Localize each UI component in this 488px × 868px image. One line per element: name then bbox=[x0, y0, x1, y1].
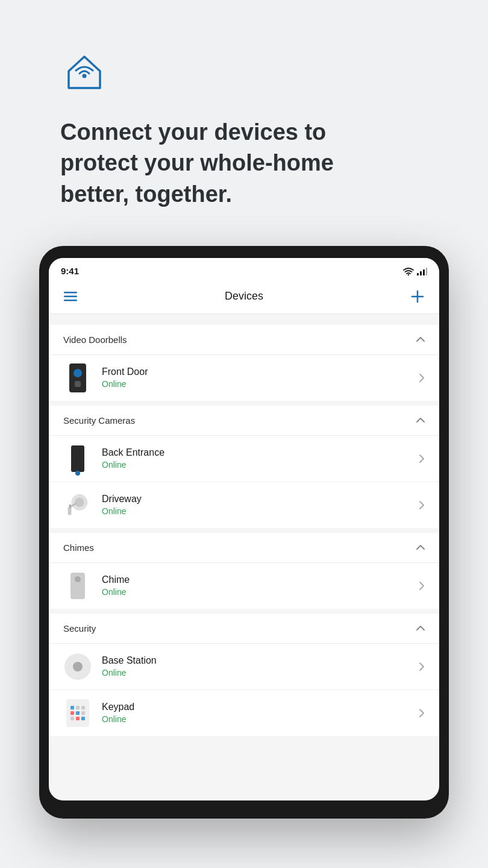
devices-content: Video Doorbells Front Door Online bbox=[49, 314, 439, 747]
base-station-device-icon bbox=[64, 653, 91, 680]
section-chimes: Chimes Chime Online bbox=[49, 533, 439, 609]
chevron-right-icon-2 bbox=[419, 454, 425, 464]
svg-rect-2 bbox=[417, 273, 419, 275]
chevron-up-icon bbox=[416, 336, 425, 342]
camera-stick-icon bbox=[71, 445, 84, 472]
nav-bar: Devices bbox=[49, 282, 439, 314]
status-time: 9:41 bbox=[61, 266, 79, 276]
device-item-driveway[interactable]: Driveway Online bbox=[49, 482, 439, 528]
device-name-chime: Chime bbox=[102, 574, 419, 585]
wifi-status-icon bbox=[403, 267, 414, 275]
svg-rect-13 bbox=[68, 507, 72, 515]
section-header-chimes[interactable]: Chimes bbox=[49, 533, 439, 563]
keypad-device-icon bbox=[66, 699, 89, 727]
device-name-back-entrance: Back Entrance bbox=[102, 447, 419, 458]
doorbell-device-icon bbox=[69, 363, 86, 392]
device-item-keypad[interactable]: Keypad Online bbox=[49, 690, 439, 736]
svg-point-1 bbox=[408, 274, 409, 275]
section-security-cameras: Security Cameras Back Entrance Online bbox=[49, 406, 439, 528]
chevron-up-icon-2 bbox=[416, 417, 425, 423]
svg-rect-3 bbox=[420, 271, 422, 275]
chevron-right-icon bbox=[419, 373, 425, 383]
chevron-right-icon-3 bbox=[419, 500, 425, 510]
chevron-up-icon-3 bbox=[416, 544, 425, 550]
section-title-chimes: Chimes bbox=[63, 542, 94, 553]
section-security: Security Base Station Online bbox=[49, 614, 439, 736]
chevron-right-icon-4 bbox=[419, 581, 425, 591]
device-status-back-entrance: Online bbox=[102, 460, 419, 470]
section-header-video-doorbells[interactable]: Video Doorbells bbox=[49, 325, 439, 355]
device-name-keypad: Keypad bbox=[102, 702, 419, 712]
device-name-base-station: Base Station bbox=[102, 655, 419, 666]
device-name-driveway: Driveway bbox=[102, 494, 419, 505]
device-item-back-entrance[interactable]: Back Entrance Online bbox=[49, 436, 439, 482]
device-status-chime: Online bbox=[102, 587, 419, 597]
hero-section: Connect your devices to protect your who… bbox=[0, 0, 488, 246]
phone-frame: 9:41 bbox=[39, 246, 449, 819]
svg-rect-8 bbox=[64, 300, 77, 301]
add-device-button[interactable] bbox=[408, 287, 427, 306]
device-item-base-station[interactable]: Base Station Online bbox=[49, 644, 439, 690]
device-item-chime[interactable]: Chime Online bbox=[49, 563, 439, 609]
section-title-security: Security bbox=[63, 623, 96, 634]
chime-device-icon bbox=[70, 573, 85, 599]
svg-rect-7 bbox=[64, 295, 77, 297]
svg-rect-4 bbox=[423, 269, 425, 275]
hero-tagline: Connect your devices to protect your who… bbox=[60, 117, 374, 210]
svg-point-0 bbox=[83, 74, 87, 78]
chevron-right-icon-5 bbox=[419, 662, 425, 671]
svg-rect-5 bbox=[426, 268, 427, 275]
section-video-doorbells: Video Doorbells Front Door Online bbox=[49, 325, 439, 401]
brand-logo-icon bbox=[60, 48, 108, 96]
section-title-video-doorbells: Video Doorbells bbox=[63, 335, 127, 345]
device-name-front-door: Front Door bbox=[102, 366, 419, 377]
phone-screen: 9:41 bbox=[49, 258, 439, 800]
device-status-driveway: Online bbox=[102, 506, 419, 516]
spotlight-cam-icon bbox=[63, 490, 92, 520]
status-bar: 9:41 bbox=[49, 258, 439, 282]
section-title-security-cameras: Security Cameras bbox=[63, 415, 135, 426]
svg-point-12 bbox=[75, 497, 84, 506]
status-icons bbox=[403, 267, 427, 275]
device-status-base-station: Online bbox=[102, 668, 419, 678]
page-title: Devices bbox=[225, 290, 263, 303]
chevron-up-icon-4 bbox=[416, 625, 425, 631]
svg-rect-14 bbox=[69, 505, 72, 508]
device-status-keypad: Online bbox=[102, 714, 419, 724]
device-item-front-door[interactable]: Front Door Online bbox=[49, 355, 439, 401]
phone-mockup: 9:41 bbox=[39, 246, 449, 819]
chevron-right-icon-6 bbox=[419, 708, 425, 718]
signal-status-icon bbox=[416, 267, 427, 275]
device-status-front-door: Online bbox=[102, 379, 419, 389]
section-header-security-cameras[interactable]: Security Cameras bbox=[49, 406, 439, 436]
svg-rect-6 bbox=[64, 292, 77, 294]
menu-button[interactable] bbox=[61, 287, 80, 306]
section-header-security[interactable]: Security bbox=[49, 614, 439, 644]
